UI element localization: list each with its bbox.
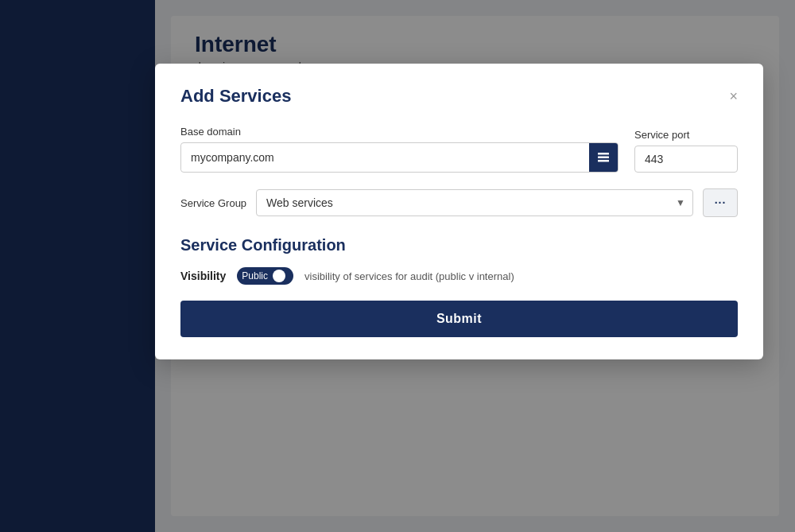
base-domain-group: Base domain — [180, 126, 619, 173]
visibility-row: Visibility Public visibility of services… — [180, 267, 738, 285]
service-group-dots-button[interactable]: ··· — [703, 188, 738, 217]
modal-close-button[interactable]: × — [729, 89, 738, 103]
base-domain-list-button[interactable] — [589, 143, 618, 172]
modal-title: Add Services — [180, 86, 291, 107]
domain-port-row: Base domain Service port — [180, 126, 738, 173]
service-port-label: Service port — [634, 129, 738, 141]
svg-rect-1 — [598, 157, 609, 159]
visibility-toggle[interactable]: Public — [237, 267, 293, 285]
visibility-desc: visibility of services for audit (public… — [304, 270, 514, 282]
add-services-modal: Add Services × Base domain Service port — [155, 64, 763, 359]
modal-header: Add Services × — [180, 86, 738, 107]
service-group-label: Service Group — [180, 197, 246, 209]
list-icon — [597, 151, 610, 164]
service-config-title: Service Configuration — [180, 236, 738, 254]
service-port-input[interactable] — [634, 146, 738, 173]
service-group-select[interactable]: Web services Default service group — [256, 189, 693, 216]
service-port-group: Service port — [634, 129, 738, 173]
service-group-row: Service Group Web services Default servi… — [180, 188, 738, 217]
base-domain-input-wrapper — [180, 142, 619, 173]
base-domain-input[interactable] — [181, 145, 589, 170]
visibility-label: Visibility — [180, 270, 226, 282]
submit-button[interactable]: Submit — [180, 301, 738, 337]
service-group-select-wrapper: Web services Default service group ▼ — [256, 189, 693, 216]
base-domain-label: Base domain — [180, 126, 619, 138]
svg-rect-2 — [598, 160, 609, 162]
toggle-knob — [273, 270, 285, 282]
svg-rect-0 — [598, 153, 609, 155]
toggle-label: Public — [242, 270, 268, 282]
